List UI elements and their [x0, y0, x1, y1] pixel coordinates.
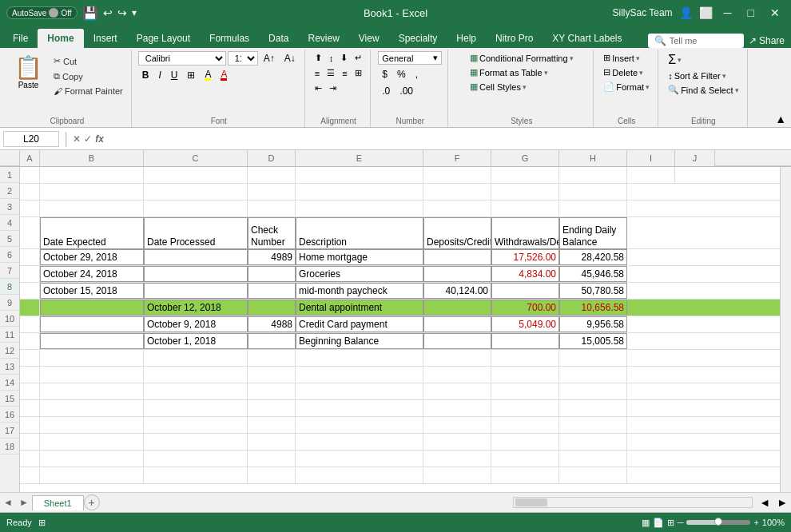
row-header-15[interactable]: 15 — [0, 391, 19, 407]
cell-reference-box[interactable] — [3, 131, 59, 147]
cell-b10[interactable] — [40, 333, 144, 349]
row-header-17[interactable]: 17 — [0, 423, 19, 439]
cell-d9[interactable]: 4988 — [248, 316, 296, 332]
cell-e5[interactable]: Home mortgage — [296, 249, 423, 265]
row-header-18[interactable]: 18 — [0, 439, 19, 455]
add-sheet-button[interactable]: + — [84, 494, 100, 510]
view-pagebreak-icon[interactable]: ⊞ — [667, 518, 674, 528]
cell-d4[interactable]: Check Number — [248, 217, 296, 249]
border-button[interactable]: ⊞ — [183, 68, 199, 82]
cell-g4[interactable]: Withdrawals/Debits — [491, 217, 559, 249]
cell-c4[interactable]: Date Processed — [144, 217, 248, 249]
sort-filter-button[interactable]: ↕ Sort & Filter ▾ — [665, 69, 741, 82]
tab-insert[interactable]: Insert — [84, 29, 127, 48]
decrease-decimal-btn[interactable]: .0 — [378, 84, 394, 98]
cell-f7[interactable]: 40,124.00 — [423, 283, 491, 299]
row-header-5[interactable]: 5 — [0, 231, 19, 247]
font-name-selector[interactable]: Calibri — [138, 51, 226, 66]
cell-d10[interactable] — [248, 333, 296, 349]
cell-a10[interactable] — [20, 333, 40, 349]
tab-formulas[interactable]: Formulas — [200, 29, 259, 48]
sheet-nav-next-btn[interactable]: ► — [16, 495, 32, 510]
autosave-toggle[interactable]: AutoSave Off — [6, 6, 78, 19]
close-btn[interactable]: ✕ — [765, 5, 785, 21]
cell-e3[interactable] — [296, 200, 423, 216]
search-box[interactable]: 🔍 Tell me — [648, 34, 744, 48]
cell-d6[interactable] — [248, 266, 296, 282]
redo-icon[interactable]: ↪ — [117, 6, 127, 19]
increase-decimal-btn[interactable]: .00 — [396, 84, 417, 98]
row-header-14[interactable]: 14 — [0, 375, 19, 391]
zoom-slider[interactable] — [686, 520, 750, 525]
cell-d3[interactable] — [248, 200, 296, 216]
cell-a8[interactable] — [20, 300, 40, 316]
cell-c5[interactable] — [144, 249, 248, 265]
cell-h9[interactable]: 9,956.58 — [559, 316, 627, 332]
format-painter-button[interactable]: 🖌Format Painter — [50, 85, 126, 97]
scroll-left-icon[interactable]: ◄ — [756, 496, 773, 509]
cell-g10[interactable] — [491, 333, 559, 349]
cell-c7[interactable] — [144, 283, 248, 299]
cell-g2[interactable] — [491, 184, 559, 200]
cut-button[interactable]: ✂Cut — [50, 54, 126, 68]
accounting-btn[interactable]: $ — [378, 67, 392, 81]
italic-button[interactable]: I — [154, 68, 165, 82]
font-size-selector[interactable]: 11 — [228, 51, 258, 66]
cell-b9[interactable] — [40, 316, 144, 332]
sum-button[interactable]: Σ ▾ — [665, 51, 741, 69]
align-left-btn[interactable]: ≡ — [312, 66, 323, 80]
ribbon-display-icon[interactable]: ⬜ — [699, 6, 713, 19]
cell-f1[interactable] — [423, 167, 491, 183]
decrease-font-btn[interactable]: A↓ — [280, 51, 300, 66]
cell-d7[interactable] — [248, 283, 296, 299]
cell-a7[interactable] — [20, 283, 40, 299]
tab-file[interactable]: File — [3, 29, 38, 48]
col-header-g[interactable]: G — [491, 150, 559, 166]
cell-d2[interactable] — [248, 184, 296, 200]
row-header-11[interactable]: 11 — [0, 327, 19, 343]
underline-button[interactable]: U — [167, 68, 182, 82]
cell-i1[interactable] — [627, 167, 675, 183]
format-button[interactable]: 📄 Format ▾ — [600, 80, 653, 93]
cell-a9[interactable] — [20, 316, 40, 332]
cell-c6[interactable] — [144, 266, 248, 282]
formula-input[interactable] — [107, 132, 788, 146]
cell-a5[interactable] — [20, 249, 40, 265]
cell-a3[interactable] — [20, 200, 40, 216]
align-middle-btn[interactable]: ↕ — [326, 51, 337, 65]
cell-a2[interactable] — [20, 184, 40, 200]
cell-f5[interactable] — [423, 249, 491, 265]
align-bottom-btn[interactable]: ⬇ — [337, 51, 351, 65]
indent-increase-btn[interactable]: ⇥ — [326, 81, 340, 95]
cancel-formula-icon[interactable]: ✕ — [73, 133, 81, 145]
share-icon[interactable]: ↗ Share — [749, 35, 785, 46]
cell-g7[interactable] — [491, 283, 559, 299]
row-header-2[interactable]: 2 — [0, 183, 19, 199]
tab-page-layout[interactable]: Page Layout — [127, 29, 200, 48]
col-header-i[interactable]: I — [627, 150, 675, 166]
cell-g8[interactable]: 700.00 — [491, 300, 559, 316]
tab-specialty[interactable]: Specialty — [389, 29, 447, 48]
insert-function-icon[interactable]: fx — [95, 133, 104, 145]
cell-f9[interactable] — [423, 316, 491, 332]
percent-btn[interactable]: % — [393, 67, 410, 81]
col-header-d[interactable]: D — [248, 150, 296, 166]
cell-styles-button[interactable]: ▦ Cell Styles ▾ — [467, 80, 577, 93]
cell-b4[interactable]: Date Expected — [40, 217, 144, 249]
font-color-button[interactable]: A — [217, 67, 231, 82]
cell-h2[interactable] — [559, 184, 627, 200]
cell-h1[interactable] — [559, 167, 627, 183]
cell-d11[interactable] — [248, 350, 296, 366]
row-header-3[interactable]: 3 — [0, 199, 19, 215]
tab-home[interactable]: Home — [38, 29, 83, 48]
col-header-f[interactable]: F — [423, 150, 491, 166]
row-header-12[interactable]: 12 — [0, 343, 19, 359]
wrap-text-btn[interactable]: ↵ — [352, 51, 365, 65]
indent-decrease-btn[interactable]: ⇤ — [312, 81, 325, 95]
cell-a1[interactable] — [20, 167, 40, 183]
cell-e7[interactable]: mid-month paycheck — [296, 283, 423, 299]
save-icon[interactable]: 💾 — [82, 6, 98, 21]
cell-c3[interactable] — [144, 200, 248, 216]
cell-b7[interactable]: October 15, 2018 — [40, 283, 144, 299]
tab-help[interactable]: Help — [447, 29, 486, 48]
